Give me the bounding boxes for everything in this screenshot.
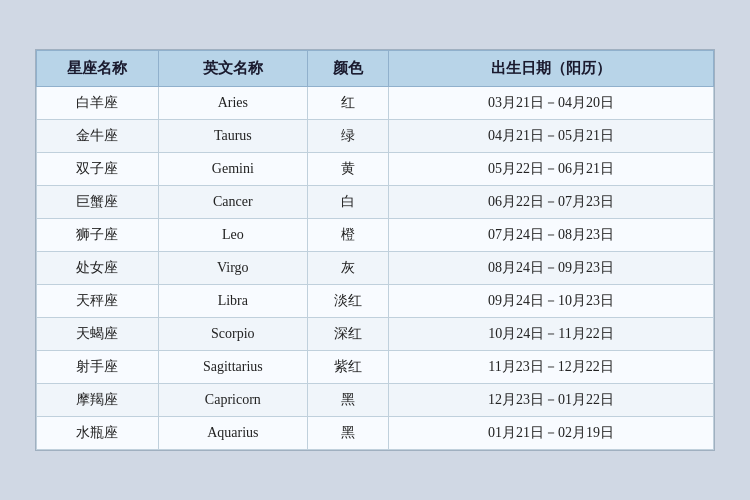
cell-english: Sagittarius [158, 351, 307, 384]
cell-date: 10月24日－11月22日 [389, 318, 714, 351]
cell-chinese: 天蝎座 [37, 318, 159, 351]
table-row: 白羊座Aries红03月21日－04月20日 [37, 87, 714, 120]
table-row: 天秤座Libra淡红09月24日－10月23日 [37, 285, 714, 318]
cell-chinese: 双子座 [37, 153, 159, 186]
cell-chinese: 处女座 [37, 252, 159, 285]
cell-chinese: 天秤座 [37, 285, 159, 318]
cell-date: 07月24日－08月23日 [389, 219, 714, 252]
table-row: 双子座Gemini黄05月22日－06月21日 [37, 153, 714, 186]
table-row: 摩羯座Capricorn黑12月23日－01月22日 [37, 384, 714, 417]
cell-color: 黑 [307, 417, 388, 450]
cell-color: 白 [307, 186, 388, 219]
cell-english: Taurus [158, 120, 307, 153]
cell-color: 绿 [307, 120, 388, 153]
table-row: 巨蟹座Cancer白06月22日－07月23日 [37, 186, 714, 219]
cell-color: 黑 [307, 384, 388, 417]
table-body: 白羊座Aries红03月21日－04月20日金牛座Taurus绿04月21日－0… [37, 87, 714, 450]
cell-english: Aquarius [158, 417, 307, 450]
cell-chinese: 水瓶座 [37, 417, 159, 450]
cell-chinese: 金牛座 [37, 120, 159, 153]
cell-english: Capricorn [158, 384, 307, 417]
table-row: 天蝎座Scorpio深红10月24日－11月22日 [37, 318, 714, 351]
cell-date: 09月24日－10月23日 [389, 285, 714, 318]
cell-color: 淡红 [307, 285, 388, 318]
cell-color: 深红 [307, 318, 388, 351]
header-chinese: 星座名称 [37, 51, 159, 87]
cell-english: Libra [158, 285, 307, 318]
cell-english: Aries [158, 87, 307, 120]
cell-chinese: 狮子座 [37, 219, 159, 252]
cell-date: 01月21日－02月19日 [389, 417, 714, 450]
cell-date: 06月22日－07月23日 [389, 186, 714, 219]
cell-date: 05月22日－06月21日 [389, 153, 714, 186]
cell-english: Virgo [158, 252, 307, 285]
cell-english: Scorpio [158, 318, 307, 351]
cell-date: 08月24日－09月23日 [389, 252, 714, 285]
zodiac-table-container: 星座名称 英文名称 颜色 出生日期（阳历） 白羊座Aries红03月21日－04… [35, 49, 715, 451]
table-row: 水瓶座Aquarius黑01月21日－02月19日 [37, 417, 714, 450]
cell-chinese: 白羊座 [37, 87, 159, 120]
zodiac-table: 星座名称 英文名称 颜色 出生日期（阳历） 白羊座Aries红03月21日－04… [36, 50, 714, 450]
header-date: 出生日期（阳历） [389, 51, 714, 87]
header-english: 英文名称 [158, 51, 307, 87]
table-row: 射手座Sagittarius紫红11月23日－12月22日 [37, 351, 714, 384]
cell-color: 黄 [307, 153, 388, 186]
table-row: 处女座Virgo灰08月24日－09月23日 [37, 252, 714, 285]
table-row: 金牛座Taurus绿04月21日－05月21日 [37, 120, 714, 153]
cell-chinese: 巨蟹座 [37, 186, 159, 219]
cell-english: Cancer [158, 186, 307, 219]
cell-english: Leo [158, 219, 307, 252]
cell-chinese: 摩羯座 [37, 384, 159, 417]
cell-date: 11月23日－12月22日 [389, 351, 714, 384]
cell-date: 03月21日－04月20日 [389, 87, 714, 120]
cell-color: 橙 [307, 219, 388, 252]
cell-color: 紫红 [307, 351, 388, 384]
cell-date: 04月21日－05月21日 [389, 120, 714, 153]
cell-chinese: 射手座 [37, 351, 159, 384]
table-row: 狮子座Leo橙07月24日－08月23日 [37, 219, 714, 252]
table-header-row: 星座名称 英文名称 颜色 出生日期（阳历） [37, 51, 714, 87]
cell-color: 灰 [307, 252, 388, 285]
header-color: 颜色 [307, 51, 388, 87]
cell-color: 红 [307, 87, 388, 120]
cell-date: 12月23日－01月22日 [389, 384, 714, 417]
cell-english: Gemini [158, 153, 307, 186]
